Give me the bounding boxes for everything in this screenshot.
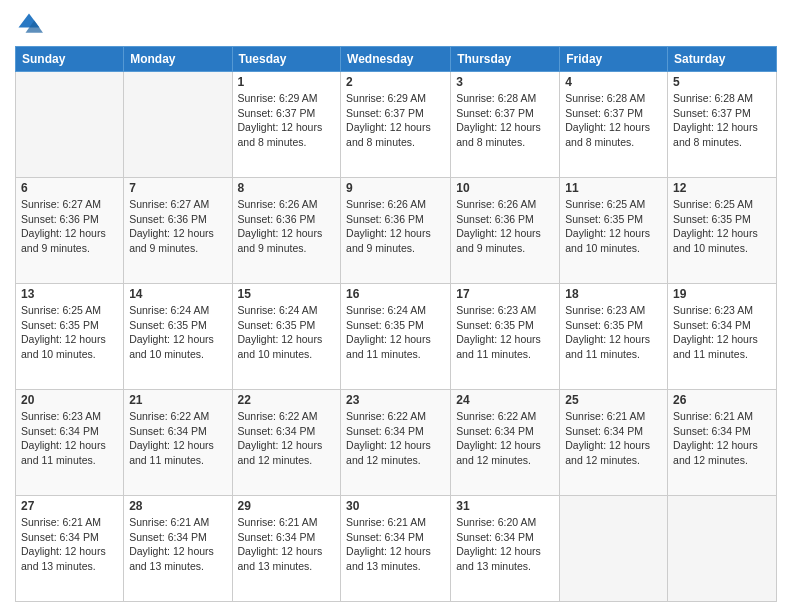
calendar-cell: 15Sunrise: 6:24 AMSunset: 6:35 PMDayligh… [232, 284, 341, 390]
day-number: 26 [673, 393, 771, 407]
day-info: Sunrise: 6:26 AMSunset: 6:36 PMDaylight:… [456, 197, 554, 256]
calendar-cell: 31Sunrise: 6:20 AMSunset: 6:34 PMDayligh… [451, 496, 560, 602]
calendar-day-header: Monday [124, 47, 232, 72]
day-info: Sunrise: 6:23 AMSunset: 6:35 PMDaylight:… [456, 303, 554, 362]
calendar-cell: 11Sunrise: 6:25 AMSunset: 6:35 PMDayligh… [560, 178, 668, 284]
calendar-cell: 23Sunrise: 6:22 AMSunset: 6:34 PMDayligh… [341, 390, 451, 496]
calendar-cell: 30Sunrise: 6:21 AMSunset: 6:34 PMDayligh… [341, 496, 451, 602]
day-number: 29 [238, 499, 336, 513]
day-number: 6 [21, 181, 118, 195]
day-number: 4 [565, 75, 662, 89]
calendar: SundayMondayTuesdayWednesdayThursdayFrid… [15, 46, 777, 602]
calendar-cell [668, 496, 777, 602]
day-number: 2 [346, 75, 445, 89]
calendar-cell: 7Sunrise: 6:27 AMSunset: 6:36 PMDaylight… [124, 178, 232, 284]
calendar-cell: 4Sunrise: 6:28 AMSunset: 6:37 PMDaylight… [560, 72, 668, 178]
day-number: 5 [673, 75, 771, 89]
calendar-cell [124, 72, 232, 178]
logo-icon [15, 10, 43, 38]
calendar-cell: 22Sunrise: 6:22 AMSunset: 6:34 PMDayligh… [232, 390, 341, 496]
page: SundayMondayTuesdayWednesdayThursdayFrid… [0, 0, 792, 612]
day-info: Sunrise: 6:22 AMSunset: 6:34 PMDaylight:… [346, 409, 445, 468]
day-number: 30 [346, 499, 445, 513]
calendar-cell: 1Sunrise: 6:29 AMSunset: 6:37 PMDaylight… [232, 72, 341, 178]
day-info: Sunrise: 6:26 AMSunset: 6:36 PMDaylight:… [346, 197, 445, 256]
day-number: 17 [456, 287, 554, 301]
calendar-cell: 9Sunrise: 6:26 AMSunset: 6:36 PMDaylight… [341, 178, 451, 284]
day-info: Sunrise: 6:21 AMSunset: 6:34 PMDaylight:… [673, 409, 771, 468]
day-number: 20 [21, 393, 118, 407]
day-info: Sunrise: 6:22 AMSunset: 6:34 PMDaylight:… [238, 409, 336, 468]
calendar-day-header: Sunday [16, 47, 124, 72]
day-number: 7 [129, 181, 226, 195]
calendar-cell: 26Sunrise: 6:21 AMSunset: 6:34 PMDayligh… [668, 390, 777, 496]
day-info: Sunrise: 6:24 AMSunset: 6:35 PMDaylight:… [346, 303, 445, 362]
day-number: 3 [456, 75, 554, 89]
calendar-week-row: 27Sunrise: 6:21 AMSunset: 6:34 PMDayligh… [16, 496, 777, 602]
day-info: Sunrise: 6:25 AMSunset: 6:35 PMDaylight:… [673, 197, 771, 256]
day-info: Sunrise: 6:24 AMSunset: 6:35 PMDaylight:… [238, 303, 336, 362]
calendar-cell: 27Sunrise: 6:21 AMSunset: 6:34 PMDayligh… [16, 496, 124, 602]
day-info: Sunrise: 6:21 AMSunset: 6:34 PMDaylight:… [129, 515, 226, 574]
day-number: 9 [346, 181, 445, 195]
calendar-cell: 8Sunrise: 6:26 AMSunset: 6:36 PMDaylight… [232, 178, 341, 284]
calendar-cell: 20Sunrise: 6:23 AMSunset: 6:34 PMDayligh… [16, 390, 124, 496]
day-info: Sunrise: 6:28 AMSunset: 6:37 PMDaylight:… [456, 91, 554, 150]
day-number: 12 [673, 181, 771, 195]
day-number: 11 [565, 181, 662, 195]
day-number: 10 [456, 181, 554, 195]
calendar-cell: 13Sunrise: 6:25 AMSunset: 6:35 PMDayligh… [16, 284, 124, 390]
day-number: 21 [129, 393, 226, 407]
calendar-cell: 17Sunrise: 6:23 AMSunset: 6:35 PMDayligh… [451, 284, 560, 390]
day-info: Sunrise: 6:29 AMSunset: 6:37 PMDaylight:… [238, 91, 336, 150]
day-info: Sunrise: 6:27 AMSunset: 6:36 PMDaylight:… [129, 197, 226, 256]
day-number: 31 [456, 499, 554, 513]
calendar-cell: 5Sunrise: 6:28 AMSunset: 6:37 PMDaylight… [668, 72, 777, 178]
day-info: Sunrise: 6:21 AMSunset: 6:34 PMDaylight:… [565, 409, 662, 468]
calendar-cell: 21Sunrise: 6:22 AMSunset: 6:34 PMDayligh… [124, 390, 232, 496]
day-info: Sunrise: 6:28 AMSunset: 6:37 PMDaylight:… [673, 91, 771, 150]
day-number: 14 [129, 287, 226, 301]
calendar-cell: 18Sunrise: 6:23 AMSunset: 6:35 PMDayligh… [560, 284, 668, 390]
day-info: Sunrise: 6:25 AMSunset: 6:35 PMDaylight:… [21, 303, 118, 362]
day-number: 24 [456, 393, 554, 407]
day-number: 18 [565, 287, 662, 301]
day-info: Sunrise: 6:20 AMSunset: 6:34 PMDaylight:… [456, 515, 554, 574]
logo [15, 10, 47, 38]
day-info: Sunrise: 6:21 AMSunset: 6:34 PMDaylight:… [238, 515, 336, 574]
day-info: Sunrise: 6:28 AMSunset: 6:37 PMDaylight:… [565, 91, 662, 150]
calendar-cell [560, 496, 668, 602]
day-info: Sunrise: 6:25 AMSunset: 6:35 PMDaylight:… [565, 197, 662, 256]
day-number: 13 [21, 287, 118, 301]
calendar-cell: 19Sunrise: 6:23 AMSunset: 6:34 PMDayligh… [668, 284, 777, 390]
day-info: Sunrise: 6:22 AMSunset: 6:34 PMDaylight:… [456, 409, 554, 468]
calendar-cell: 28Sunrise: 6:21 AMSunset: 6:34 PMDayligh… [124, 496, 232, 602]
day-number: 23 [346, 393, 445, 407]
calendar-cell: 29Sunrise: 6:21 AMSunset: 6:34 PMDayligh… [232, 496, 341, 602]
day-number: 8 [238, 181, 336, 195]
day-info: Sunrise: 6:22 AMSunset: 6:34 PMDaylight:… [129, 409, 226, 468]
calendar-header-row: SundayMondayTuesdayWednesdayThursdayFrid… [16, 47, 777, 72]
calendar-cell: 14Sunrise: 6:24 AMSunset: 6:35 PMDayligh… [124, 284, 232, 390]
day-info: Sunrise: 6:23 AMSunset: 6:34 PMDaylight:… [673, 303, 771, 362]
day-info: Sunrise: 6:26 AMSunset: 6:36 PMDaylight:… [238, 197, 336, 256]
day-info: Sunrise: 6:23 AMSunset: 6:35 PMDaylight:… [565, 303, 662, 362]
calendar-cell: 10Sunrise: 6:26 AMSunset: 6:36 PMDayligh… [451, 178, 560, 284]
calendar-cell [16, 72, 124, 178]
day-number: 28 [129, 499, 226, 513]
calendar-day-header: Friday [560, 47, 668, 72]
calendar-cell: 6Sunrise: 6:27 AMSunset: 6:36 PMDaylight… [16, 178, 124, 284]
calendar-week-row: 1Sunrise: 6:29 AMSunset: 6:37 PMDaylight… [16, 72, 777, 178]
calendar-cell: 24Sunrise: 6:22 AMSunset: 6:34 PMDayligh… [451, 390, 560, 496]
day-number: 22 [238, 393, 336, 407]
day-number: 1 [238, 75, 336, 89]
day-number: 27 [21, 499, 118, 513]
calendar-day-header: Wednesday [341, 47, 451, 72]
day-info: Sunrise: 6:21 AMSunset: 6:34 PMDaylight:… [21, 515, 118, 574]
day-info: Sunrise: 6:29 AMSunset: 6:37 PMDaylight:… [346, 91, 445, 150]
calendar-week-row: 6Sunrise: 6:27 AMSunset: 6:36 PMDaylight… [16, 178, 777, 284]
header [15, 10, 777, 38]
calendar-cell: 3Sunrise: 6:28 AMSunset: 6:37 PMDaylight… [451, 72, 560, 178]
day-info: Sunrise: 6:27 AMSunset: 6:36 PMDaylight:… [21, 197, 118, 256]
calendar-week-row: 13Sunrise: 6:25 AMSunset: 6:35 PMDayligh… [16, 284, 777, 390]
